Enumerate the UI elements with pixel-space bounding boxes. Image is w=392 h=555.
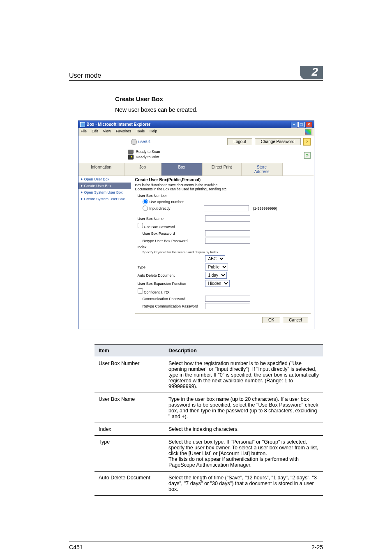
select-type[interactable]: Public <box>205 264 228 271</box>
menu-view[interactable]: View <box>103 129 111 135</box>
printer-icon <box>128 155 134 160</box>
minimize-button[interactable]: – <box>291 122 297 127</box>
input-communication-password[interactable] <box>205 296 250 302</box>
tab-job[interactable]: Job <box>125 163 161 176</box>
table-row: User Box NumberSelect how the registrati… <box>95 357 323 393</box>
menu-file[interactable]: File <box>81 129 87 135</box>
nav-open-system-user-box[interactable]: Open System User Box <box>78 189 131 196</box>
create-user-box-form: Create User Box(Public,Personal) Box is … <box>131 176 314 329</box>
label-user-box-expansion: User Box Expansion Function <box>135 282 205 286</box>
nav-create-user-box[interactable]: Create User Box <box>78 183 131 189</box>
select-auto-delete[interactable]: 1 day <box>205 272 227 279</box>
cancel-button[interactable]: Cancel <box>283 317 308 323</box>
tab-information[interactable]: Information <box>78 163 125 176</box>
tab-spacer <box>283 163 314 176</box>
footer-right: 2-25 <box>311 544 323 550</box>
user-name: user01 <box>138 139 151 144</box>
label-use-box-password: Use Box Password <box>144 225 175 229</box>
ie-logo-icon <box>80 122 85 127</box>
scanner-icon <box>128 150 134 154</box>
status-scan: Ready to Scan <box>136 150 160 154</box>
cell-description: Select how the registration number is to… <box>164 357 323 393</box>
label-user-box-number: User Box Number <box>135 194 205 198</box>
form-heading: Create User Box(Public,Personal) <box>135 178 311 182</box>
triangle-icon <box>81 191 83 194</box>
side-nav: Open User Box Create User Box Open Syste… <box>78 176 131 329</box>
tab-box[interactable]: Box <box>161 163 203 176</box>
menu-help[interactable]: Help <box>150 129 157 135</box>
status-print: Ready to Print <box>136 155 159 159</box>
label-type: Type <box>135 265 205 269</box>
cell-item: Index <box>95 423 164 436</box>
label-retype-user-box-password: Retype User Box Password <box>135 239 205 243</box>
windows-flag-icon <box>305 129 311 135</box>
maximize-button[interactable]: □ <box>298 122 305 127</box>
table-row: TypeSelect the user box type. If "Person… <box>95 436 323 472</box>
section-title: Create User Box <box>115 95 323 102</box>
triangle-icon <box>81 198 83 200</box>
logout-button[interactable]: Logout <box>227 138 252 145</box>
label-user-box-name: User Box Name <box>135 217 205 221</box>
tab-direct-print[interactable]: Direct Print <box>203 163 242 176</box>
label-input-directly: Input directly <box>150 206 202 210</box>
label-confidential-rx: Confidential RX <box>144 290 170 294</box>
footer-left: C451 <box>69 544 83 550</box>
note-index: Specify keyword for the search and displ… <box>135 250 311 254</box>
cell-description: Select the length of time ("Save", "12 h… <box>164 472 323 496</box>
table-row: User Box NameType in the user box name (… <box>95 393 323 423</box>
help-icon[interactable]: ? <box>303 138 311 146</box>
cell-item: User Box Name <box>95 393 164 423</box>
select-expansion[interactable]: Hidden <box>205 280 230 287</box>
ok-button[interactable]: OK <box>262 317 280 323</box>
label-auto-delete-document: Auto Delete Document <box>135 273 205 278</box>
refresh-icon[interactable]: ⟳ <box>304 152 311 159</box>
cell-description: Select the indexing characters. <box>164 423 323 436</box>
ie-window: Box - Microsoft Internet Explorer – □ × … <box>78 120 314 329</box>
chapter-number: 2 <box>300 66 323 79</box>
change-password-button[interactable]: Change Password <box>255 138 301 145</box>
menu-tools[interactable]: Tools <box>136 129 145 135</box>
cell-item: Type <box>95 436 164 472</box>
input-user-box-name[interactable] <box>205 215 250 222</box>
table-row: Auto Delete DocumentSelect the length of… <box>95 472 323 496</box>
close-button[interactable]: × <box>306 122 312 127</box>
header-title: User mode <box>69 72 101 79</box>
label-retype-communication-password: Retype Communication Password <box>135 304 205 308</box>
ie-menubar: File Edit View Favorites Tools Help <box>78 128 314 136</box>
label-use-opening: Use opening number <box>150 200 184 204</box>
cell-item: Auto Delete Document <box>95 472 164 496</box>
select-index[interactable]: ABC <box>205 255 225 262</box>
label-range: (1-999999999) <box>253 206 277 210</box>
section-body: New user boxes can be created. <box>115 106 323 113</box>
checkbox-confidential-rx[interactable] <box>138 288 143 294</box>
user-icon <box>131 139 137 145</box>
table-row: IndexSelect the indexing characters. <box>95 423 323 436</box>
label-user-box-password: User Box Password <box>135 231 205 236</box>
input-retype-user-box-password[interactable] <box>205 238 250 244</box>
radio-input-directly[interactable] <box>143 206 148 211</box>
label-communication-password: Communication Password <box>135 297 205 301</box>
ie-title: Box - Microsoft Internet Explorer <box>87 122 151 127</box>
cell-item: User Box Number <box>95 357 164 393</box>
input-box-number[interactable] <box>204 205 249 211</box>
th-description: Description <box>164 345 323 357</box>
menu-favorites[interactable]: Favorites <box>116 129 131 135</box>
form-desc: Box is the function to save documents in… <box>135 183 311 191</box>
label-index: Index <box>135 245 205 249</box>
input-retype-communication-password[interactable] <box>205 303 250 309</box>
checkbox-use-box-password[interactable] <box>138 223 143 228</box>
cell-description: Select the user box type. If "Personal" … <box>164 436 323 472</box>
menu-edit[interactable]: Edit <box>92 129 98 135</box>
input-user-box-password[interactable] <box>205 230 250 236</box>
triangle-icon <box>81 185 83 187</box>
nav-open-user-box[interactable]: Open User Box <box>78 176 131 183</box>
tab-store-address[interactable]: Store Address <box>242 163 283 176</box>
ie-titlebar: Box - Microsoft Internet Explorer – □ × <box>78 121 314 128</box>
triangle-icon <box>81 178 83 180</box>
radio-use-opening-number[interactable] <box>143 199 148 204</box>
nav-create-system-user-box[interactable]: Create System User Box <box>78 196 131 202</box>
th-item: Item <box>95 345 164 357</box>
cell-description: Type in the user box name (up to 20 char… <box>164 393 323 423</box>
description-table: Item Description User Box NumberSelect h… <box>95 344 323 496</box>
